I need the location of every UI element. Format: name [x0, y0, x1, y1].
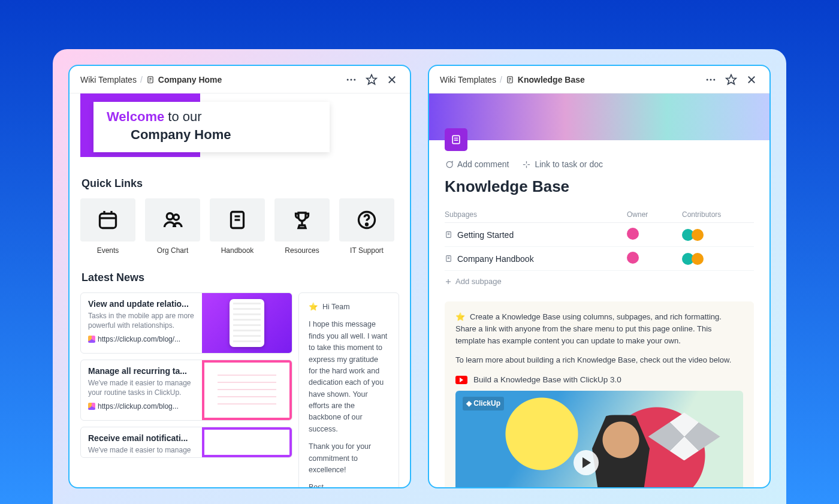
info-callout: ⭐Create a Knowledge Base using columns, … [445, 301, 754, 487]
avatar [627, 252, 639, 264]
add-subpage-button[interactable]: Add subpage [445, 271, 754, 292]
quick-link-org-chart[interactable]: Org Chart [145, 198, 200, 255]
col-subpages: Subpages [445, 210, 627, 219]
breadcrumb-separator: / [500, 75, 502, 84]
quick-link-events[interactable]: Events [80, 198, 135, 255]
news-thumbnail [202, 360, 292, 420]
close-icon[interactable] [744, 73, 759, 87]
breadcrumb-current[interactable]: Company Home [146, 75, 222, 84]
panel-knowledge-base: Wiki Templates / Knowledge Base Add comm… [428, 65, 771, 488]
video-heading: Build a Knowledge Base with ClickUp 3.0 [455, 374, 743, 387]
avatar [627, 228, 639, 240]
subpages-table: Subpages Owner Contributors Getting Star… [429, 207, 769, 292]
quick-link-resources[interactable]: Resources [274, 198, 330, 255]
book-icon [227, 209, 248, 231]
video-player[interactable]: ◆ ClickUp [455, 391, 743, 487]
doc-icon [445, 255, 452, 262]
col-contributors: Contributors [682, 210, 754, 219]
panel-header: Wiki Templates / Knowledge Base [429, 66, 769, 93]
quick-link-it-support[interactable]: IT Support [339, 198, 394, 255]
svg-rect-10 [100, 214, 116, 228]
panel-header: Wiki Templates / Company Home [70, 66, 410, 93]
quick-link-label: Resources [274, 246, 330, 255]
news-desc: Tasks in the mobile app are more powerfu… [88, 311, 195, 330]
table-row[interactable]: Getting Started [445, 223, 754, 247]
play-icon[interactable] [574, 450, 599, 475]
svg-point-33 [710, 79, 712, 80]
news-link: https://clickup.com/blog/... [88, 335, 195, 343]
link-task-button[interactable]: Link to task or doc [522, 159, 603, 169]
plus-icon [445, 278, 452, 285]
quick-link-label: Events [80, 246, 135, 255]
quick-links-row: Events Org Chart Handbook Resources IT S… [80, 198, 399, 255]
latest-news-heading: Latest News [80, 271, 399, 284]
news-link: https://clickup.com/blog... [88, 402, 195, 411]
breadcrumb-root[interactable]: Wiki Templates [80, 75, 137, 84]
avatar [692, 253, 704, 265]
team-message: ⭐ Hi Team I hope this message finds you … [298, 292, 399, 487]
svg-point-14 [167, 213, 173, 220]
svg-point-6 [354, 79, 355, 80]
page-cover [429, 93, 769, 140]
svg-point-15 [174, 215, 179, 220]
news-card[interactable]: View and update relatio... Tasks in the … [80, 292, 292, 354]
news-thumbnail [202, 427, 292, 457]
breadcrumb-current-label: Knowledge Base [518, 75, 585, 84]
breadcrumb-current[interactable]: Knowledge Base [506, 75, 585, 84]
youtube-icon [455, 376, 467, 384]
page-title: Knowledge Base [429, 169, 769, 207]
doc-icon [506, 76, 514, 84]
svg-point-32 [707, 79, 708, 80]
video-logo: ◆ ClickUp [463, 397, 504, 411]
star-icon[interactable] [364, 73, 379, 87]
news-title: Manage all recurring ta... [88, 366, 195, 376]
subpage-name: Getting Started [457, 230, 514, 240]
subpage-name: Company Handbook [457, 254, 534, 264]
quick-link-label: Org Chart [145, 246, 200, 255]
doc-icon [146, 76, 155, 84]
quick-link-handbook[interactable]: Handbook [210, 198, 265, 255]
banner-line-1: Welcome to our [107, 109, 316, 125]
quick-link-label: IT Support [339, 246, 394, 255]
breadcrumb-current-label: Company Home [158, 75, 222, 84]
comment-icon [445, 160, 454, 169]
breadcrumb-root[interactable]: Wiki Templates [440, 75, 496, 84]
people-icon [162, 209, 183, 231]
svg-marker-7 [367, 74, 377, 84]
sparkle-icon [522, 160, 531, 169]
col-owner: Owner [627, 210, 682, 219]
page-icon[interactable] [445, 128, 467, 151]
svg-point-5 [351, 79, 352, 80]
quick-links-heading: Quick Links [80, 177, 399, 190]
trophy-icon [291, 209, 313, 231]
news-card[interactable]: Manage all recurring ta... We've made it… [80, 360, 292, 421]
close-icon[interactable] [385, 73, 399, 87]
star-icon[interactable] [724, 73, 738, 87]
svg-point-34 [713, 79, 715, 80]
calendar-icon [97, 209, 119, 231]
star-icon: ⭐ [455, 312, 465, 321]
news-title: View and update relatio... [88, 299, 195, 309]
star-icon: ⭐ [309, 303, 318, 311]
more-icon[interactable] [344, 73, 358, 87]
doc-icon [445, 231, 452, 239]
breadcrumb-separator: / [140, 75, 143, 84]
help-icon [356, 209, 378, 231]
clickup-icon [88, 336, 95, 343]
news-title: Receive email notificati... [88, 433, 195, 443]
table-row[interactable]: Company Handbook [445, 247, 754, 271]
news-desc: We've made it easier to manage your rout… [88, 378, 195, 397]
news-thumbnail [202, 293, 292, 353]
news-desc: We've made it easier to manage [88, 445, 195, 455]
svg-point-4 [347, 79, 349, 80]
news-card[interactable]: Receive email notificati... We've made i… [80, 427, 292, 458]
svg-point-21 [366, 224, 368, 225]
add-comment-button[interactable]: Add comment [445, 159, 509, 169]
banner-line-2: Company Home [131, 127, 316, 143]
svg-marker-35 [726, 74, 737, 84]
table-header: Subpages Owner Contributors [445, 207, 754, 223]
panel-company-home: Wiki Templates / Company Home Welcome to… [68, 65, 411, 488]
welcome-banner: Welcome to our Company Home [80, 93, 399, 161]
more-icon[interactable] [704, 73, 718, 87]
clickup-icon [88, 403, 95, 410]
